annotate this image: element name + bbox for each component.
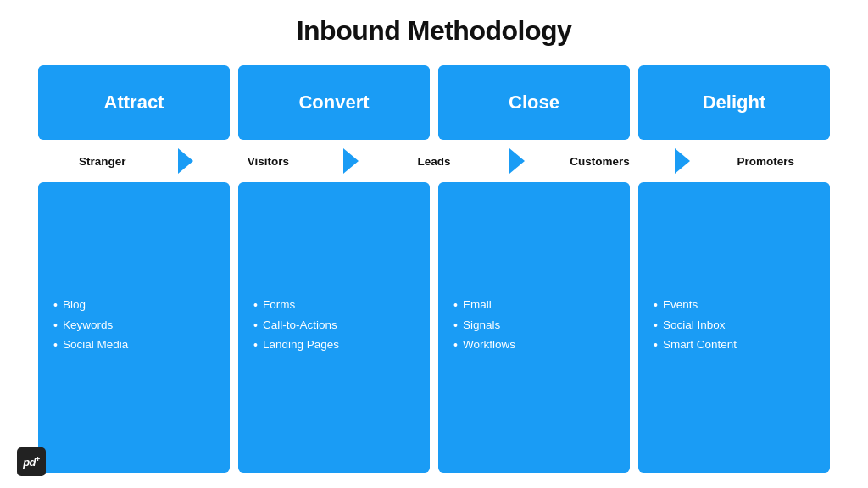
info-convert-bullet-3: Landing Pages [253,337,415,354]
arrow-3 [503,148,531,174]
arrow-2 [337,148,365,174]
phase-attract: Attract [38,65,230,140]
info-attract-bullet-1: Blog [53,297,214,314]
flow-segment-stranger: Stranger [34,155,171,168]
phases-row: Attract Convert Close Delight [34,65,834,140]
info-box-convert: Forms Call-to-Actions Landing Pages [238,182,430,473]
flow-segment-visitors: Visitors [200,155,337,168]
flow-segment-customers: Customers [531,155,669,168]
phase-close: Close [438,65,630,140]
info-attract-bullet-3: Social Media [53,337,214,354]
logo: pd+ [17,447,46,476]
arrow-4 [668,148,697,174]
info-delight-bullet-2: Social Inbox [654,318,815,335]
chevron-icon-4 [675,148,690,174]
info-box-close: Email Signals Workflows [438,182,630,473]
flow-row: Stranger Visitors Leads [34,140,834,182]
phase-convert: Convert [238,65,430,140]
chevron-icon-1 [178,148,193,174]
info-delight-bullet-1: Events [654,297,815,314]
diagram-area: Attract Convert Close Delight Stranger [34,65,834,473]
phase-delight: Delight [638,65,830,140]
logo-text: pd+ [23,455,40,469]
page-wrapper: Inbound Methodology Attract Convert Clos… [0,0,868,488]
info-delight-bullet-3: Smart Content [654,337,815,354]
flow-segment-leads: Leads [365,155,503,168]
flow-segment-promoters: Promoters [697,155,834,168]
flow-label-promoters: Promoters [737,155,794,168]
flow-label-customers: Customers [570,155,630,168]
page-title: Inbound Methodology [297,15,572,47]
info-convert-bullet-1: Forms [253,297,415,314]
chevron-icon-3 [509,148,525,174]
arrow-1 [171,148,200,174]
info-convert-bullet-2: Call-to-Actions [253,318,415,335]
info-close-bullet-2: Signals [453,318,615,335]
flow-label-visitors: Visitors [248,155,289,168]
info-close-bullet-1: Email [453,297,615,314]
info-box-delight: Events Social Inbox Smart Content [638,182,830,473]
info-attract-bullet-2: Keywords [53,318,214,335]
info-boxes-row: Blog Keywords Social Media Forms Call-to… [34,182,834,473]
logo-superscript: + [36,455,40,463]
info-close-bullet-3: Workflows [453,337,615,354]
chevron-icon-2 [343,148,359,174]
flow-label-stranger: Stranger [79,155,126,168]
flow-label-leads: Leads [417,155,450,168]
info-box-attract: Blog Keywords Social Media [38,182,230,473]
